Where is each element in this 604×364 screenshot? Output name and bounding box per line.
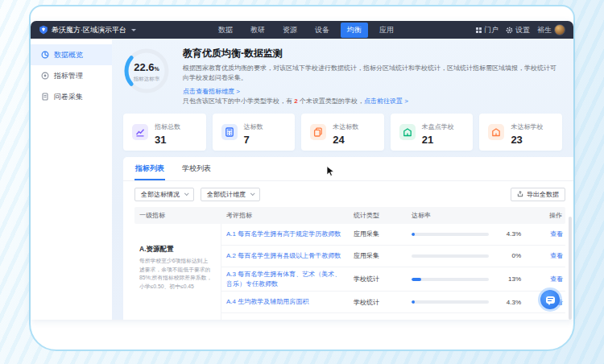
indicator-link[interactable]: A.2 每百名学生拥有县级以上骨干教师数 <box>226 252 341 259</box>
filter-compliance-select[interactable]: 全部达标情况 <box>134 188 194 201</box>
filter-dimension-select[interactable]: 全部统计维度 <box>201 188 260 201</box>
topbar-right-group: 门户 设置 裕生 <box>476 24 565 35</box>
indicator-table: 一级指标 考评指标 统计类型 达标率 操作 A.资源配置 每所学校至少6项指标达… <box>123 207 573 320</box>
export-icon <box>517 191 523 197</box>
indicator-link[interactable]: A.3 每百名学生拥有体育、艺术（美术、音乐）专任教师数 <box>226 271 341 287</box>
stat-label: 未盘点学校 <box>422 123 454 130</box>
compliance-gauge: 22.6% 指标达标率 <box>123 48 170 94</box>
sidebar: 数据概览 指标管理 问卷采集 <box>31 39 112 320</box>
progress-bar <box>412 278 489 281</box>
app-window: 希沃魔方·区域演示平台 数据 教研 资源 设备 均衡 应用 门户 设置 <box>31 21 573 320</box>
nav-item-apps[interactable]: 应用 <box>373 23 400 38</box>
view-link[interactable]: 查看 <box>550 252 563 259</box>
stat-value: 7 <box>244 134 250 146</box>
stat-card-failed-schools: 未达标学校23 <box>479 114 562 151</box>
user-menu[interactable]: 裕生 <box>537 24 565 35</box>
data-overview-icon <box>41 51 49 59</box>
chevron-down-icon <box>250 192 255 196</box>
stat-value: 23 <box>511 134 522 146</box>
stat-label: 达标数 <box>244 123 263 130</box>
table-header-row: 一级指标 考评指标 统计类型 达标率 操作 <box>134 207 565 224</box>
progress-bar <box>412 254 489 258</box>
col-header: 达标率 <box>407 211 527 220</box>
sidebar-item-data-overview[interactable]: 数据概览 <box>31 44 112 65</box>
table-row: A.1 每百名学生拥有高于规定学历教师数 应用采集 4.3% 查看 <box>221 224 565 246</box>
portal-grid-icon <box>476 27 482 33</box>
chevron-down-icon <box>184 192 189 196</box>
stat-card-total-indicators: 指标总数31 <box>123 114 206 151</box>
sidebar-item-indicator-management[interactable]: 指标管理 <box>31 65 112 86</box>
progress-bar <box>412 300 489 304</box>
nav-item-balance[interactable]: 均衡 <box>341 23 368 38</box>
panel-tabs: 指标列表 学校列表 <box>123 157 573 181</box>
main-content: 22.6% 指标达标率 教育优质均衡-数据监测 根据国家教育优质均衡的要求，对该… <box>112 39 573 320</box>
gauge-unit: % <box>155 66 159 72</box>
portal-button[interactable]: 门户 <box>476 25 499 35</box>
indicator-link[interactable]: A.4 生均教学及辅助用房面积 <box>226 298 308 305</box>
stat-card-not-met: 未达标数24 <box>301 114 384 151</box>
nav-item-research[interactable]: 教研 <box>244 23 271 38</box>
table-row: A.4 生均教学及辅助用房面积 学校统计 4.3% 查看 <box>221 292 565 313</box>
view-link[interactable]: 查看 <box>550 275 563 283</box>
col-header: 考评指标 <box>221 211 349 220</box>
nav-item-device[interactable]: 设备 <box>308 23 336 38</box>
brand-title: 希沃魔方·区域演示平台 <box>52 25 126 35</box>
note-text: 只包含该区域下的中小学类型学校，有 <box>183 97 294 105</box>
export-all-data-button[interactable]: 导出全数据 <box>511 188 565 201</box>
table-scrollbar[interactable] <box>569 217 572 320</box>
table-rows: A.1 每百名学生拥有高于规定学历教师数 应用采集 4.3% 查看 A.2 每百… <box>221 224 565 320</box>
rate-value: 4.3% <box>489 299 521 306</box>
portal-label: 门户 <box>484 25 499 35</box>
stat-value: 21 <box>422 134 433 146</box>
nav-item-resource[interactable]: 资源 <box>276 23 304 38</box>
gauge-label: 指标达标率 <box>134 76 160 83</box>
stat-card-met: 达标数7 <box>213 114 296 151</box>
top-navigation-bar: 希沃魔方·区域演示平台 数据 教研 资源 设备 均衡 应用 门户 设置 <box>31 21 573 39</box>
stat-label: 指标总数 <box>155 123 180 130</box>
survey-doc-icon <box>41 93 49 101</box>
documents-icon <box>310 124 326 140</box>
view-indicator-dimension-link[interactable]: 点击查看指标维度 > <box>183 87 240 97</box>
calculator-icon <box>221 124 238 140</box>
stat-card-uninventoried-schools: 未盘点学校21 <box>391 114 474 151</box>
view-link[interactable]: 查看 <box>550 230 563 238</box>
sidebar-item-label: 问卷采集 <box>54 92 83 102</box>
sidebar-item-questionnaire[interactable]: 问卷采集 <box>31 86 112 107</box>
filter-value: 全部统计维度 <box>207 190 246 199</box>
sidebar-item-label: 数据概览 <box>54 50 83 60</box>
stat-value: 31 <box>155 134 166 146</box>
goto-settings-link[interactable]: 点击前往设置 > <box>364 97 408 106</box>
stat-type: 应用采集 <box>349 230 407 238</box>
stat-label: 未达标数 <box>333 123 358 130</box>
indicator-link[interactable]: A.1 每百名学生拥有高于规定学历教师数 <box>226 230 341 238</box>
col-header: 一级指标 <box>134 211 221 220</box>
page-title: 教育优质均衡-数据监测 <box>183 47 562 60</box>
brand-switcher[interactable]: 希沃魔方·区域演示平台 <box>39 25 136 35</box>
note-text: 个未设置类型的学校， <box>298 97 364 105</box>
stat-cards-row: 指标总数31 达标数7 未达标数24 <box>123 114 562 151</box>
filter-bar: 全部达标情况 全部统计维度 导出全数据 <box>123 181 573 207</box>
user-avatar <box>554 24 565 35</box>
chat-button[interactable] <box>540 290 560 309</box>
col-header: 操作 <box>527 211 565 220</box>
user-name: 裕生 <box>537 25 552 35</box>
settings-button[interactable]: 设置 <box>506 25 530 35</box>
school-icon <box>399 124 416 140</box>
nav-item-data[interactable]: 数据 <box>212 23 239 38</box>
list-panel: 指标列表 学校列表 全部达标情况 全部统计维度 <box>123 157 573 320</box>
settings-label: 设置 <box>515 25 530 35</box>
col-header: 统计类型 <box>349 211 407 220</box>
gear-icon <box>506 27 513 34</box>
indicator-group-cell: A.资源配置 每所学校至少6项指标达到上述要求，余项不能低于要求的85%;所有指… <box>134 224 221 320</box>
progress-bar <box>412 233 489 236</box>
stat-type: 学校统计 <box>349 275 407 283</box>
table-row: A.2 每百名学生拥有县级以上骨干教师数 应用采集 0% 查看 <box>221 246 565 267</box>
stat-label: 未达标学校 <box>511 123 543 130</box>
tab-indicator-list[interactable]: 指标列表 <box>134 157 165 180</box>
stat-type: 应用采集 <box>349 251 407 260</box>
tab-school-list[interactable]: 学校列表 <box>181 157 212 180</box>
overview-description: 根据国家教育优质均衡的要求，对该区域下学校进行数据统计，指标分区域统计和学校统计… <box>183 64 562 82</box>
trend-chart-icon <box>132 124 148 140</box>
export-label: 导出全数据 <box>527 190 559 199</box>
sidebar-item-label: 指标管理 <box>54 71 83 81</box>
